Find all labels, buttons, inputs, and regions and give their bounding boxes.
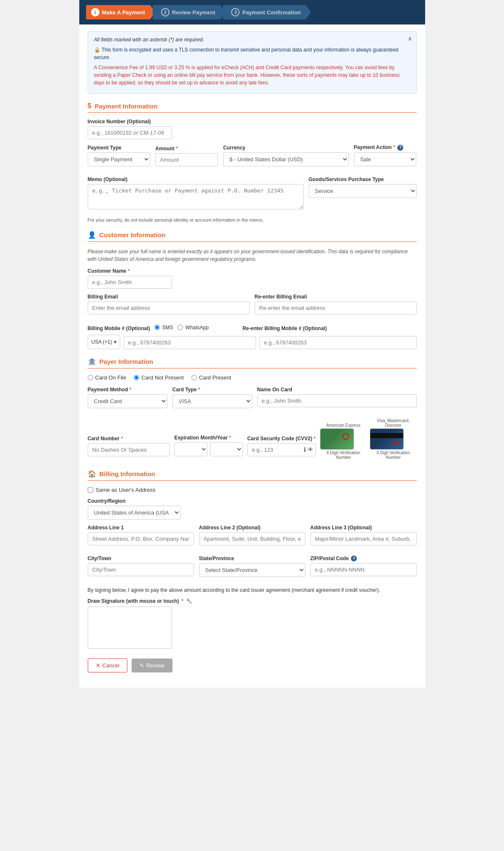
review-button[interactable]: ✎ Review bbox=[132, 659, 172, 672]
addr2-group: Address Line 2 (Optional) bbox=[199, 525, 305, 545]
exp-month-select[interactable]: 01020304 05060708 09101112 bbox=[174, 442, 208, 456]
review-pencil-icon: ✎ bbox=[140, 662, 144, 669]
re-email-group: Re-enter Billing Email bbox=[255, 294, 417, 314]
cvv-show-button[interactable]: 👁 bbox=[307, 446, 313, 453]
whatsapp-radio[interactable] bbox=[178, 325, 183, 330]
zip-tooltip[interactable]: ? bbox=[351, 556, 357, 561]
payment-action-label: Payment Action * ? bbox=[354, 144, 417, 151]
email-input[interactable] bbox=[88, 301, 250, 314]
dollar-icon: $ bbox=[88, 102, 92, 110]
card-number-star: * bbox=[121, 436, 123, 442]
re-mobile-input[interactable] bbox=[259, 336, 417, 349]
step-2-label: Review Payment bbox=[172, 9, 216, 16]
payment-action-tooltip[interactable]: ? bbox=[397, 145, 403, 151]
mobile-label: Billing Mobile # (Optional) bbox=[88, 325, 150, 331]
memo-input[interactable] bbox=[88, 184, 304, 209]
card-not-present-radio[interactable] bbox=[134, 375, 139, 380]
form-buttons: ✕ Cancel ✎ Review bbox=[88, 659, 417, 681]
city-input[interactable] bbox=[88, 563, 194, 576]
cvv-info-button[interactable]: ℹ bbox=[304, 446, 306, 453]
country-select[interactable]: United States of America (USA) Canada Un… bbox=[88, 506, 181, 520]
required-note: All fields marked with an asterisk (*) a… bbox=[94, 36, 410, 43]
signature-label-text: Draw Signature (with mouse or touch) bbox=[88, 598, 179, 604]
visa-label: Visa, Mastercard, Discover bbox=[370, 418, 417, 428]
currency-group: Currency $ - United States Dollar (USD) bbox=[223, 145, 349, 166]
step-1-circle: 1 bbox=[91, 8, 100, 16]
payment-section-header: $ Payment Information bbox=[88, 102, 417, 113]
memo-note: For your security, do not include person… bbox=[88, 217, 417, 222]
zip-group: ZIP/Postal Code ? bbox=[310, 556, 417, 577]
addr2-input[interactable] bbox=[199, 532, 305, 545]
card-on-file-radio[interactable] bbox=[88, 375, 93, 380]
payment-action-select[interactable]: Sale Authorization bbox=[354, 152, 417, 166]
card-type-select[interactable]: VISA Mastercard American Express Discove… bbox=[172, 394, 252, 408]
step-3[interactable]: 3 Payment Confirmation bbox=[223, 5, 311, 19]
zip-input[interactable] bbox=[310, 563, 417, 576]
country-code-selector[interactable]: USA (+1) ▾ bbox=[88, 335, 120, 349]
amount-group: Amount * bbox=[155, 146, 218, 166]
payment-method-select[interactable]: Credit Card eCheck (ACH) Cash bbox=[88, 394, 167, 408]
currency-select[interactable]: $ - United States Dollar (USD) bbox=[223, 152, 349, 166]
billing-section-header: 🏠 Billing Information bbox=[88, 470, 417, 481]
cvv-group: Card Security Code (CVV2) * ℹ 👁 bbox=[247, 436, 316, 456]
state-label: State/Province bbox=[199, 556, 305, 561]
addr3-group: Address Line 3 (Optional) bbox=[310, 525, 417, 545]
payer-section-header: 🏦 Payer Information bbox=[88, 358, 417, 369]
cvv-images-container: American Express 4 Digit Verification Nu… bbox=[320, 418, 416, 461]
step-2[interactable]: 2 Review Payment bbox=[153, 5, 226, 19]
same-address-checkbox[interactable] bbox=[88, 487, 93, 493]
billing-icon: 🏠 bbox=[88, 470, 96, 478]
amex-label: American Express bbox=[320, 423, 367, 428]
step-1[interactable]: 1 Make A Payment bbox=[86, 5, 155, 19]
card-type-group: Card Type * VISA Mastercard American Exp… bbox=[172, 387, 252, 408]
signature-agreement: By signing below, I agree to pay the abo… bbox=[88, 587, 417, 593]
city-label: City/Town bbox=[88, 556, 194, 561]
signature-canvas[interactable] bbox=[88, 607, 172, 649]
invoice-input[interactable] bbox=[88, 126, 172, 139]
step-2-circle: 2 bbox=[161, 8, 170, 16]
payment-section-title: Payment Information bbox=[94, 103, 157, 110]
amex-cvv-circle bbox=[342, 433, 349, 440]
card-present-option[interactable]: Card Present bbox=[191, 374, 232, 381]
sms-radio[interactable] bbox=[154, 325, 160, 330]
cancel-button[interactable]: ✕ Cancel bbox=[88, 659, 127, 672]
customer-name-star: * bbox=[128, 268, 130, 274]
card-number-input[interactable] bbox=[88, 443, 170, 456]
email-label: Billing Email bbox=[88, 294, 250, 300]
card-present-radio[interactable] bbox=[191, 375, 197, 380]
info-box: ∧ All fields marked with an asterisk (*)… bbox=[88, 31, 417, 94]
exp-year-select[interactable]: 2024202520262027 2028202920302031 203220… bbox=[210, 442, 243, 456]
same-address-row: Same as User's Address bbox=[88, 487, 417, 493]
amex-card-image bbox=[320, 428, 354, 450]
same-address-label[interactable]: Same as User's Address bbox=[96, 487, 156, 493]
lock-icon: 🔒 bbox=[94, 47, 100, 53]
customer-name-input[interactable] bbox=[88, 276, 172, 289]
addr3-input[interactable] bbox=[310, 532, 417, 545]
re-email-input[interactable] bbox=[255, 301, 417, 314]
collapse-button[interactable]: ∧ bbox=[408, 35, 412, 42]
customer-note: Please make sure your full name is enter… bbox=[88, 248, 417, 263]
customer-name-group: Customer Name * bbox=[88, 268, 417, 289]
state-select[interactable]: Select State/Province AlabamaAlaskaArizo… bbox=[199, 563, 305, 577]
step-3-circle: 3 bbox=[231, 8, 240, 16]
mobile-input[interactable] bbox=[124, 336, 256, 349]
visa-mag-strip bbox=[370, 433, 403, 438]
eraser-icon[interactable]: 🔧 bbox=[186, 598, 192, 604]
country-code-label: USA (+1) bbox=[92, 339, 112, 345]
exp-star: * bbox=[229, 435, 231, 441]
card-not-present-option[interactable]: Card Not Present bbox=[134, 374, 183, 381]
expiration-group: Expiration Month/Year * 01020304 0506070… bbox=[174, 435, 243, 456]
re-email-label: Re-enter Billing Email bbox=[255, 294, 417, 300]
person-icon: 👤 bbox=[88, 231, 96, 239]
goods-select[interactable]: Service Goods Both bbox=[309, 184, 417, 198]
memo-label: Memo (Optional) bbox=[88, 176, 304, 182]
signature-star: * bbox=[181, 598, 183, 604]
amount-input[interactable] bbox=[155, 153, 218, 166]
payment-action-star: * bbox=[393, 144, 395, 150]
payment-type-select[interactable]: Single Payment Multiple Payment bbox=[88, 152, 151, 166]
card-on-file-option[interactable]: Card On File bbox=[88, 374, 127, 381]
customer-section-header: 👤 Customer Information bbox=[88, 231, 417, 242]
name-on-card-input[interactable] bbox=[257, 394, 417, 407]
addr1-input[interactable] bbox=[88, 532, 194, 545]
visa-sub-label: 3 Digit Verification Number bbox=[370, 450, 417, 460]
